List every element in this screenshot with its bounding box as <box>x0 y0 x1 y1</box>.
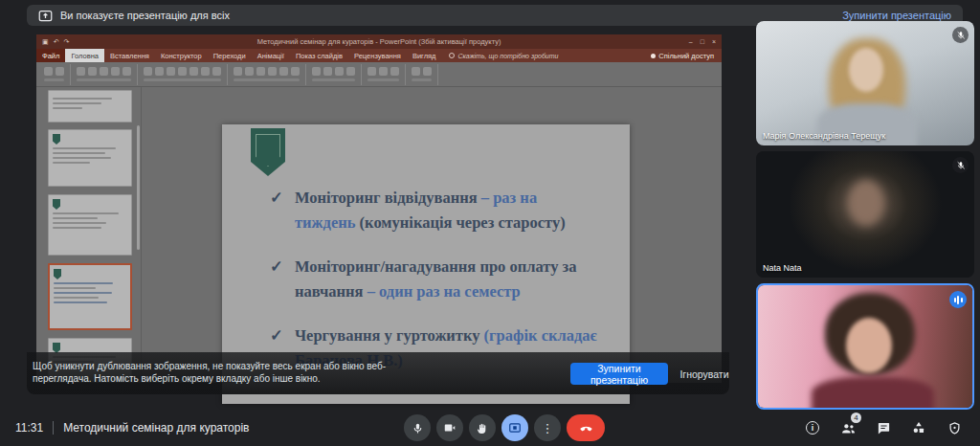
ppt-ribbon-toolbar[interactable] <box>36 62 722 87</box>
participant-name: Nata Nata <box>763 263 802 273</box>
participant-video <box>758 285 972 408</box>
university-emblem-icon <box>53 134 60 145</box>
ppt-tab-transitions[interactable]: Переходи <box>208 49 252 62</box>
ribbon-group <box>412 64 438 85</box>
ribbon-group <box>368 64 406 85</box>
chat-icon <box>877 421 891 435</box>
notification-text: Щоб уникнути дублювання зображення, не п… <box>33 360 396 385</box>
meet-call-screen: Ви показуєте презентацію для всіх Зупини… <box>0 0 980 446</box>
slide-bullet-1: ✓Моніторинг відвідування – раз на тижден… <box>270 186 597 235</box>
ppt-tab-home[interactable]: Головна <box>65 49 104 62</box>
more-options-button[interactable]: ⋮ <box>534 414 561 441</box>
raise-hand-button[interactable] <box>469 414 496 441</box>
ribbon-group <box>234 64 306 85</box>
checkmark-icon: ✓ <box>270 255 283 279</box>
ribbon-group <box>312 64 362 85</box>
checkmark-icon: ✓ <box>270 323 283 348</box>
participant-tile-active-speaker[interactable] <box>756 283 974 410</box>
show-participants-button[interactable]: 4 <box>835 414 860 441</box>
presenting-message: Ви показуєте презентацію для всіх <box>60 10 230 21</box>
screen-share-icon <box>38 10 53 22</box>
bottom-control-bar: 11:31 Методичний семінар для кураторів <box>0 410 980 446</box>
activities-icon <box>911 420 926 435</box>
slide-thumbnail[interactable] <box>48 194 132 256</box>
slide-thumbnail-selected[interactable] <box>48 263 132 330</box>
minimize-icon[interactable]: – <box>689 38 693 45</box>
ignore-button[interactable]: Ігнорувати <box>676 363 733 385</box>
ribbon-group <box>77 64 138 85</box>
university-emblem-icon <box>251 128 285 176</box>
ppt-slide-canvas: ✓Моніторинг відвідування – раз на тижден… <box>142 87 722 383</box>
mic-muted-icon <box>952 157 969 173</box>
ribbon-group <box>144 64 228 85</box>
ppt-tab-review[interactable]: Рецензування <box>348 49 407 62</box>
mic-muted-icon <box>952 27 969 43</box>
clock-time: 11:31 <box>15 421 43 435</box>
present-screen-button[interactable] <box>501 414 528 441</box>
undo-icon[interactable]: ↶ <box>54 38 59 46</box>
ppt-tab-animations[interactable]: Анімації <box>252 49 290 62</box>
more-vert-icon: ⋮ <box>542 422 554 435</box>
stop-presenting-link[interactable]: Зупинити презентацію <box>842 10 951 21</box>
speaking-indicator-icon <box>949 291 967 308</box>
participants-count-badge: 4 <box>851 413 861 423</box>
ribbon-group <box>44 64 71 85</box>
ppt-tab-view[interactable]: Вигляд <box>407 49 442 62</box>
slide-panel-scrollbar[interactable] <box>137 125 140 250</box>
ppt-tab-insert[interactable]: Вставлення <box>104 49 155 62</box>
ppt-tab-design[interactable]: Конструктор <box>155 49 208 62</box>
slide-thumbnail[interactable] <box>48 129 132 187</box>
meeting-details-button[interactable]: i <box>800 414 825 441</box>
activities-button[interactable] <box>906 414 931 441</box>
ppt-window-title: Методичний семінар для кураторів - Power… <box>69 37 688 46</box>
shared-powerpoint-window: ▣ ↶ ↷ Методичний семінар для кураторів -… <box>36 34 722 383</box>
ppt-slide-panel <box>36 87 142 383</box>
maximize-icon[interactable]: □ <box>701 38 704 45</box>
person-icon <box>651 54 656 58</box>
checkmark-icon: ✓ <box>270 186 283 211</box>
shield-lock-icon <box>947 421 962 435</box>
close-icon[interactable]: × <box>712 38 716 45</box>
participant-name: Марія Олександрівна Терещук <box>763 131 885 141</box>
university-emblem-icon <box>53 199 60 210</box>
ppt-tab-file[interactable]: Файл <box>36 49 65 62</box>
ppt-tellme-search[interactable]: Скажіть, що потрібно зробити <box>441 49 566 62</box>
ppt-tab-slideshow[interactable]: Показ слайдів <box>290 49 348 62</box>
microphone-button[interactable] <box>404 414 431 441</box>
slide-bullet-2: ✓Моніторинг/нагадування про оплату за на… <box>270 255 597 304</box>
save-icon[interactable]: ▣ <box>42 38 49 46</box>
chat-button[interactable] <box>871 414 896 441</box>
university-emblem-icon <box>54 269 61 279</box>
mirroring-notification: Щоб уникнути дублювання зображення, не п… <box>27 352 729 394</box>
end-call-button[interactable] <box>567 414 605 441</box>
ppt-ribbon-tabs: Файл Головна Вставлення Конструктор Пере… <box>36 49 722 62</box>
host-controls-button[interactable] <box>942 414 967 441</box>
camera-button[interactable] <box>436 414 463 441</box>
participant-video <box>756 21 974 145</box>
lightbulb-icon <box>449 53 455 58</box>
slide-thumbnail[interactable] <box>48 90 132 123</box>
stop-presenting-button[interactable]: Зупинити презентацію <box>570 363 668 385</box>
end-call-icon <box>578 420 594 436</box>
participant-tile-2[interactable]: Nata Nata <box>756 151 974 278</box>
participant-video <box>756 151 974 278</box>
ppt-share-button[interactable]: Спільний доступ <box>643 49 722 62</box>
meeting-title: Методичний семінар для кураторів <box>53 421 249 435</box>
info-icon: i <box>806 421 819 435</box>
ppt-titlebar: ▣ ↶ ↷ Методичний семінар для кураторів -… <box>36 34 722 49</box>
participant-tile-1[interactable]: Марія Олександрівна Терещук <box>756 21 974 145</box>
